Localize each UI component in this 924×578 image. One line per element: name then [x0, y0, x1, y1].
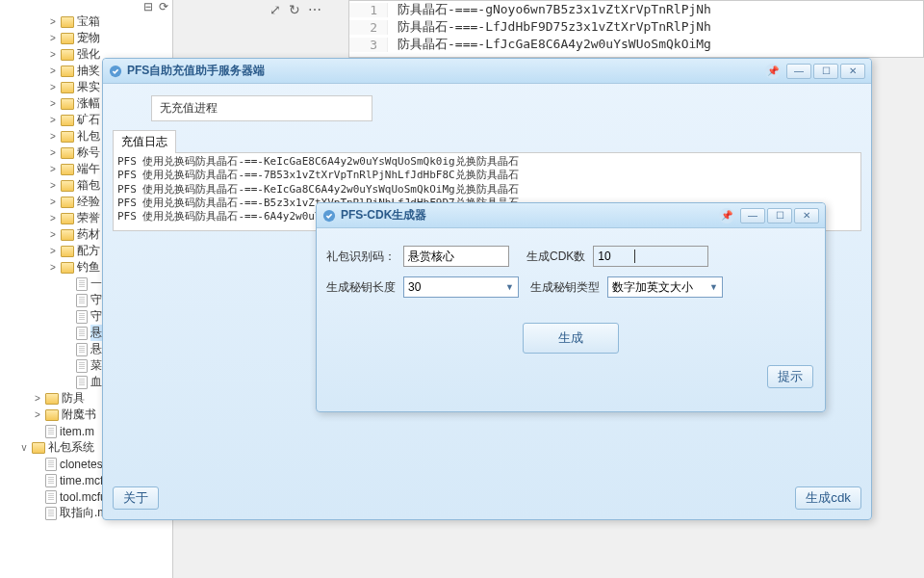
- folder-icon: [61, 49, 74, 61]
- tree-item-label: 礼包: [77, 128, 100, 144]
- code-text: 防具晶石-===-LfJcGaE8C6A4y2w0uYsWUoSmQkOiMg: [388, 36, 711, 53]
- expand-toggle[interactable]: >: [48, 16, 58, 27]
- folder-icon: [32, 442, 45, 454]
- tree-item-label: 涨幅: [77, 95, 100, 112]
- tree-item-label: 附魔书: [62, 407, 96, 423]
- folder-icon: [61, 197, 74, 208]
- log-tab[interactable]: 充值日志: [113, 130, 176, 153]
- line-number: 3: [349, 38, 388, 52]
- code-editor[interactable]: 1防具晶石-===-gNoyo6wn7B5z3x1vZtXrVpTnRlPjNh…: [348, 0, 924, 58]
- tree-item-label: 矿石: [77, 112, 100, 128]
- tree-item-label: 宝箱: [77, 13, 100, 30]
- editor-line[interactable]: 2防具晶石-===-LfJdHbF9D75z3x1vZtXrVpTnRlPjNh: [349, 18, 923, 36]
- tree-item-label: 礼包系统: [48, 439, 94, 456]
- expand-toggle[interactable]: >: [48, 115, 58, 125]
- sub-window-titlebar[interactable]: PFS-CDK生成器 📌 — ☐ ✕: [317, 203, 825, 228]
- line-number: 2: [349, 20, 388, 35]
- expand-toggle[interactable]: >: [48, 262, 58, 273]
- about-button[interactable]: 关于: [113, 486, 159, 510]
- expand-toggle[interactable]: v: [19, 442, 29, 453]
- folder-icon: [61, 229, 74, 241]
- app-icon: [322, 209, 336, 223]
- expand-toggle[interactable]: >: [48, 131, 58, 142]
- expand-toggle[interactable]: >: [48, 147, 58, 158]
- folder-icon: [45, 409, 59, 421]
- file-icon: [45, 507, 57, 520]
- folder-icon: [61, 82, 74, 93]
- file-icon: [45, 474, 57, 487]
- type-select[interactable]: 数字加英文大小▼: [607, 276, 723, 298]
- code-text: 防具晶石-===-LfJdHbF9D75z3x1vZtXrVpTnRlPjNh: [388, 18, 711, 36]
- top-tool-icons: ⤢ ↻ ⋯: [270, 2, 321, 17]
- folder-icon: [61, 164, 74, 175]
- count-label: 生成CDK数: [526, 249, 585, 265]
- file-icon: [76, 277, 88, 291]
- tree-item-label: 宠物: [77, 30, 100, 46]
- close-button[interactable]: ✕: [794, 208, 819, 223]
- id-input[interactable]: [403, 246, 509, 267]
- file-icon: [45, 425, 57, 438]
- tree-item-label: 强化: [77, 46, 100, 63]
- more-icon[interactable]: ⋯: [308, 2, 321, 17]
- expand-toggle[interactable]: >: [48, 213, 58, 223]
- code-text: 防具晶石-===-gNoyo6wn7B5z3x1vZtXrVpTnRlPjNh: [388, 1, 711, 18]
- folder-icon: [61, 180, 74, 192]
- length-select[interactable]: 30▼: [403, 276, 519, 298]
- expand-toggle[interactable]: >: [48, 180, 58, 191]
- editor-line[interactable]: 3防具晶石-===-LfJcGaE8C6A4y2w0uYsWUoSmQkOiMg: [349, 36, 923, 53]
- tree-item-label: 抽奖: [77, 63, 100, 79]
- expand-toggle[interactable]: >: [48, 246, 58, 256]
- main-window-titlebar[interactable]: PFS自助充值助手服务器端 📌 — ☐ ✕: [103, 59, 871, 84]
- folder-icon: [61, 213, 74, 224]
- tree-item[interactable]: >宝箱: [0, 13, 172, 30]
- file-icon: [76, 294, 88, 307]
- expand-toggle[interactable]: >: [48, 229, 58, 240]
- maximize-button[interactable]: ☐: [767, 208, 792, 223]
- sync-icon[interactable]: ⟳: [159, 0, 168, 13]
- editor-line[interactable]: 1防具晶石-===-gNoyo6wn7B5z3x1vZtXrVpTnRlPjNh: [349, 1, 923, 18]
- expand-toggle[interactable]: >: [48, 98, 58, 109]
- file-icon: [76, 343, 88, 356]
- generate-cdk-button[interactable]: 生成cdk: [795, 486, 861, 510]
- refresh-icon[interactable]: ↻: [289, 2, 300, 17]
- tree-item-label: 果实: [77, 79, 100, 95]
- folder-icon: [61, 115, 74, 126]
- file-icon: [45, 458, 57, 471]
- tree-item-label: 防具: [62, 390, 85, 407]
- chevron-down-icon: ▼: [505, 282, 514, 292]
- expand-toggle[interactable]: >: [33, 409, 42, 420]
- tree-item-label: 经验: [77, 194, 100, 210]
- folder-icon: [61, 246, 74, 257]
- close-button[interactable]: ✕: [840, 64, 865, 79]
- maximize-button[interactable]: ☐: [813, 64, 838, 79]
- collapse-icon[interactable]: ⊟: [143, 0, 153, 13]
- minimize-button[interactable]: —: [740, 208, 765, 223]
- pin-icon[interactable]: 📌: [765, 64, 781, 79]
- expand-toggle[interactable]: >: [48, 82, 58, 92]
- line-number: 1: [349, 3, 388, 17]
- tree-item[interactable]: >宠物: [0, 30, 172, 46]
- expand-toggle[interactable]: >: [48, 33, 58, 43]
- folder-icon: [61, 66, 74, 77]
- expand-toggle[interactable]: >: [48, 197, 58, 207]
- expand-toggle[interactable]: >: [48, 49, 58, 60]
- folder-icon: [61, 98, 74, 110]
- pin-icon[interactable]: 📌: [719, 208, 734, 223]
- cdk-generator-window: PFS-CDK生成器 📌 — ☐ ✕ 礼包识别码： 生成CDK数 10 生成秘钥…: [316, 202, 826, 412]
- expand-toggle[interactable]: >: [48, 164, 58, 174]
- tree-item-label: 称号: [77, 144, 100, 161]
- folder-icon: [45, 393, 59, 405]
- folder-icon: [61, 147, 74, 159]
- main-window-title: PFS自助充值助手服务器端: [127, 63, 765, 79]
- expand-toggle[interactable]: >: [33, 393, 42, 404]
- file-icon: [76, 376, 88, 389]
- minimize-button[interactable]: —: [786, 64, 811, 79]
- text-cursor: [634, 250, 635, 263]
- count-input[interactable]: 10: [593, 246, 708, 267]
- length-label: 生成秘钥长度: [326, 279, 396, 296]
- chevron-down-icon: ▼: [709, 282, 718, 292]
- expand-toggle[interactable]: >: [48, 66, 58, 76]
- expand-icon[interactable]: ⤢: [270, 2, 281, 17]
- tip-button[interactable]: 提示: [767, 365, 813, 388]
- generate-button[interactable]: 生成: [523, 323, 619, 354]
